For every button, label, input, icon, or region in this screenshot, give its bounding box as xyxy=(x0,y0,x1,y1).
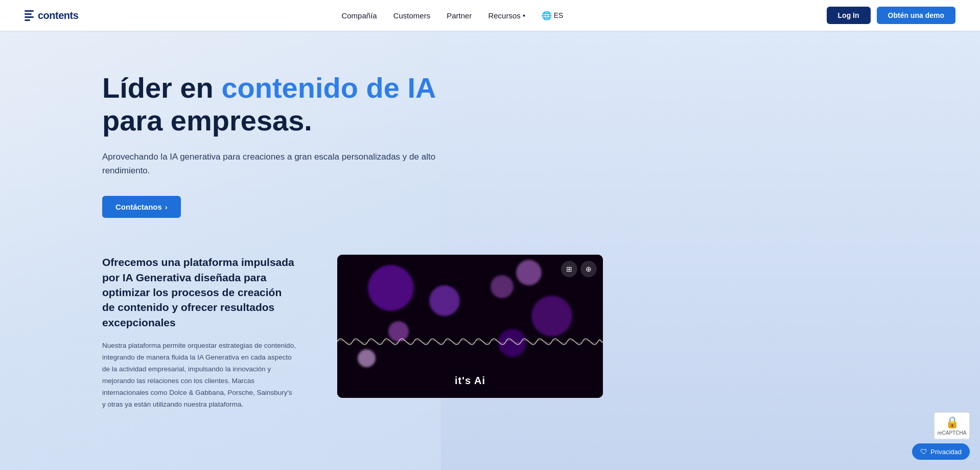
nav-item-compania[interactable]: Compañía xyxy=(341,11,377,20)
logo[interactable]: contents xyxy=(25,10,78,21)
privacy-label: Privacidad xyxy=(930,448,962,456)
nav-item-partner[interactable]: Partner xyxy=(447,11,472,20)
nav-actions: Log In Obtén una demo xyxy=(827,7,955,24)
recaptcha-badge: 🔒 reCAPTCHA xyxy=(934,412,970,439)
video-expand-button[interactable]: ⊞ xyxy=(561,261,577,277)
logo-icon xyxy=(25,10,34,21)
fullscreen-icon: ⊕ xyxy=(586,265,592,273)
logo-text: contents xyxy=(38,10,78,21)
nav-item-customers[interactable]: Customers xyxy=(393,11,431,20)
headline-highlight: contenido de IA xyxy=(221,72,436,104)
privacy-badge[interactable]: 🛡 Privacidad xyxy=(912,443,970,460)
headline-plain: Líder en xyxy=(102,72,221,104)
hero-subheadline: Aprovechando la IA generativa para creac… xyxy=(102,150,450,177)
cta-label: Contáctanos xyxy=(115,203,162,211)
hero-headline: Líder en contenido de IA para empresas. xyxy=(102,72,460,138)
video-label: it's Ai xyxy=(455,375,485,387)
nav-links: Compañía Customers Partner Recursos ▾ 🌐 … xyxy=(341,11,563,20)
hero-section: Líder en contenido de IA para empresas. … xyxy=(0,31,980,470)
cta-arrow: › xyxy=(165,203,168,211)
orb xyxy=(491,275,514,298)
globe-icon: 🌐 xyxy=(542,11,552,20)
nav-recursos-label[interactable]: Recursos xyxy=(488,11,520,20)
hero-content: Líder en contenido de IA para empresas. … xyxy=(102,72,894,411)
shield-icon: 🛡 xyxy=(920,447,927,456)
video-card: it's Ai ⊞ ⊕ xyxy=(337,255,603,398)
nav-language[interactable]: 🌐 ES xyxy=(542,11,564,20)
orb xyxy=(368,265,414,311)
recaptcha-label: reCAPTCHA xyxy=(938,430,967,436)
lang-label: ES xyxy=(554,11,564,19)
headline-rest: para empresas. xyxy=(102,104,312,137)
login-button[interactable]: Log In xyxy=(827,7,871,24)
expand-icon: ⊞ xyxy=(566,265,572,273)
recaptcha-logo-icon: 🔒 xyxy=(945,416,959,429)
chevron-down-icon: ▾ xyxy=(523,13,525,18)
orb xyxy=(429,285,460,316)
video-fullscreen-button[interactable]: ⊕ xyxy=(580,261,597,277)
waveform xyxy=(337,321,603,362)
demo-button[interactable]: Obtén una demo xyxy=(877,7,955,24)
feature-title: Ofrecemos una plataforma impulsada por I… xyxy=(102,255,296,330)
orb xyxy=(516,260,542,285)
feature-text: Ofrecemos una plataforma impulsada por I… xyxy=(102,255,296,411)
navigation: contents Compañía Customers Partner Recu… xyxy=(0,0,980,31)
cta-button[interactable]: Contáctanos › xyxy=(102,196,181,218)
nav-item-recursos[interactable]: Recursos ▾ xyxy=(488,11,525,20)
feature-description: Nuestra plataforma permite orquestar est… xyxy=(102,340,296,411)
video-controls: ⊞ ⊕ xyxy=(561,261,597,277)
feature-row: Ofrecemos una plataforma impulsada por I… xyxy=(102,255,664,411)
